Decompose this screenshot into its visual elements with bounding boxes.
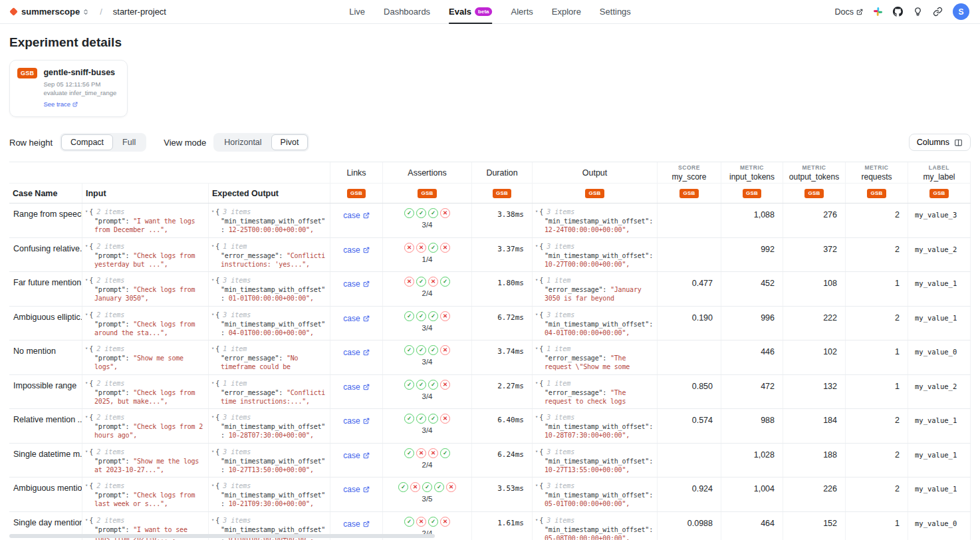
links-cell: case [330, 238, 383, 272]
collapse-icon[interactable]: ▾ [535, 518, 538, 523]
run-badge: GSB [493, 189, 511, 198]
json-brace: { [215, 345, 219, 352]
collapse-icon[interactable]: ▾ [85, 450, 88, 454]
items-count: 2 items [96, 414, 124, 421]
requests-cell: 2 [846, 477, 908, 511]
assertion-fail-icon: ✕ [446, 482, 456, 492]
header-metric-output-tokens: METRIC output_tokens [783, 162, 846, 183]
horizontal-scrollbar[interactable] [9, 534, 435, 538]
collapse-icon[interactable]: ▾ [535, 313, 538, 317]
docs-link[interactable]: Docs [835, 7, 863, 17]
case-link[interactable]: case [343, 279, 369, 289]
collapse-icon[interactable]: ▾ [85, 381, 88, 386]
json-header: ▾{2 items [85, 448, 204, 456]
github-icon[interactable] [893, 7, 903, 17]
assertion-pass-icon: ✓ [416, 414, 426, 424]
lightbulb-icon[interactable] [913, 7, 923, 17]
collapse-icon[interactable]: ▾ [535, 346, 538, 351]
columns-button[interactable]: Columns [909, 134, 971, 151]
collapse-icon[interactable]: ▾ [85, 278, 88, 283]
row-height-compact-button[interactable]: Compact [61, 134, 113, 150]
score-cell: 0.190 [658, 307, 721, 340]
assertion-pass-icon: ✓ [404, 414, 414, 424]
collapse-icon[interactable]: ▾ [211, 483, 214, 488]
collapse-icon[interactable]: ▾ [85, 518, 88, 523]
case-link[interactable]: case [343, 314, 369, 323]
run-badge: GSB [418, 189, 436, 198]
external-link-icon [363, 452, 370, 459]
expected-cell: ▾{3 items "min_timestamp_with_offset": 0… [209, 272, 330, 306]
case-link[interactable]: case [343, 519, 369, 529]
collapse-icon[interactable]: ▾ [211, 209, 214, 214]
view-mode-label: View mode [164, 138, 206, 148]
requests-cell: 2 [846, 238, 908, 272]
collapse-icon[interactable]: ▾ [211, 313, 214, 317]
run-badge: GSB [743, 189, 761, 198]
link-icon[interactable] [933, 7, 943, 17]
expected-cell: ▾{1 item "error_message": "Conflicti tim… [209, 375, 330, 409]
header-output: Output [533, 162, 658, 183]
json-header: ▾{1 item [535, 379, 653, 388]
case-link[interactable]: case [343, 382, 369, 392]
case-link[interactable]: case [343, 348, 369, 357]
case-link[interactable]: case [343, 211, 369, 220]
collapse-icon[interactable]: ▾ [211, 346, 214, 351]
collapse-icon[interactable]: ▾ [211, 278, 214, 283]
collapse-icon[interactable]: ▾ [535, 278, 538, 283]
assertion-fail-icon: ✕ [440, 243, 450, 253]
collapse-icon[interactable]: ▾ [535, 209, 538, 214]
collapse-icon[interactable]: ▾ [211, 450, 214, 454]
breadcrumb: summerscope / starter-project [11, 7, 166, 17]
items-count: 2 items [96, 311, 124, 319]
view-mode-pivot-button[interactable]: Pivot [271, 134, 308, 150]
collapse-icon[interactable]: ▾ [85, 346, 88, 351]
row-height-full-button[interactable]: Full [113, 134, 145, 150]
assertions-cell: ✓✕✕✓ 2/4 [383, 444, 472, 477]
case-link[interactable]: case [343, 485, 369, 494]
case-link-label: case [343, 416, 360, 426]
collapse-icon[interactable]: ▾ [211, 518, 214, 523]
output-cell: ▾{3 items "min_timestamp_with_offset": 1… [533, 203, 658, 237]
collapse-icon[interactable]: ▾ [85, 415, 88, 420]
collapse-icon[interactable]: ▾ [535, 381, 538, 386]
collapse-icon[interactable]: ▾ [211, 415, 214, 420]
tab-alerts[interactable]: Alerts [511, 0, 533, 24]
collapse-icon[interactable]: ▾ [85, 483, 88, 488]
header-expected-output: Expected Output [209, 184, 330, 203]
score-cell: 0.574 [658, 409, 721, 443]
json-brace: { [215, 243, 219, 250]
collapse-icon[interactable]: ▾ [211, 381, 214, 386]
brand-logo-icon [9, 7, 18, 16]
collapse-icon[interactable]: ▾ [211, 244, 214, 249]
collapse-icon[interactable]: ▾ [535, 415, 538, 420]
workspace-switcher[interactable]: summerscope [21, 7, 89, 17]
collapse-icon[interactable]: ▾ [85, 244, 88, 249]
tab-evals[interactable]: Evals beta [449, 0, 492, 24]
collapse-icon[interactable]: ▾ [535, 450, 538, 454]
json-brace: { [89, 448, 93, 456]
collapse-icon[interactable]: ▾ [85, 209, 88, 214]
tab-dashboards[interactable]: Dashboards [384, 0, 430, 24]
see-trace-link[interactable]: See trace [43, 100, 78, 108]
collapse-icon[interactable]: ▾ [535, 483, 538, 488]
duration-cell: 6.40ms [472, 409, 533, 443]
input-cell: ▾{2 items "prompt": "I want the logs fro… [82, 203, 209, 237]
avatar[interactable]: S [953, 3, 969, 20]
tab-settings[interactable]: Settings [600, 0, 631, 24]
label-cell: my_value_1 [908, 409, 971, 443]
project-name[interactable]: starter-project [113, 7, 166, 17]
column-run-badge: GSB [783, 184, 846, 203]
case-link[interactable]: case [343, 451, 369, 460]
case-link-label: case [343, 314, 360, 323]
tab-explore[interactable]: Explore [552, 0, 581, 24]
collapse-icon[interactable]: ▾ [535, 244, 538, 249]
case-link[interactable]: case [343, 416, 369, 426]
json-header: ▾{2 items [85, 242, 204, 251]
collapse-icon[interactable]: ▾ [85, 313, 88, 317]
case-link[interactable]: case [343, 245, 369, 255]
case-name: Single datetime m... [13, 450, 82, 459]
view-mode-horizontal-button[interactable]: Horizontal [215, 134, 271, 150]
tab-live[interactable]: Live [349, 0, 365, 24]
json-code: "error_message": "The request to check l… [535, 388, 653, 406]
slack-icon[interactable] [873, 7, 883, 17]
